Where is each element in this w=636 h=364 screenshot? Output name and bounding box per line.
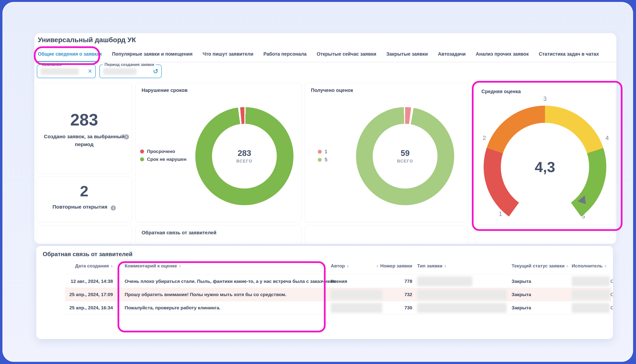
feedback-preview-title: Обратная связь от заявителей xyxy=(142,230,216,236)
legend-dot-green-icon xyxy=(318,158,322,162)
cell-request-number: 778 xyxy=(363,275,412,288)
kpi-reopened-card: 2 Повторные открытия i xyxy=(36,176,132,222)
header-request-number[interactable]: ∧ Номер заявки xyxy=(363,260,412,271)
header-executor[interactable]: Исполнитель ∧ xyxy=(572,260,606,271)
donut-total-label: ВСЕГО xyxy=(397,159,413,164)
tab-chat-task-stats[interactable]: Статистика задач в чатах xyxy=(539,51,599,57)
legend-item-overdue[interactable]: Просрочено xyxy=(140,149,186,154)
chart-title: Получено оценок xyxy=(311,88,353,93)
legend-item-ontime[interactable]: Срок не нарушен xyxy=(140,157,186,162)
sort-caret-icon: ∧ xyxy=(347,264,349,268)
donut-center: 59 ВСЕГО xyxy=(373,124,438,188)
gauge-tick-5: 5 xyxy=(582,213,585,220)
info-icon[interactable]: i xyxy=(111,206,116,210)
cell-executor-redacted xyxy=(572,275,613,288)
sort-caret-icon: ∧ xyxy=(110,264,113,268)
period-filter-label: Период создания заявок xyxy=(103,62,156,67)
donut-total-value: 283 xyxy=(237,148,251,158)
company-filter-label: Компания xyxy=(40,62,64,67)
cell-status: Закрыта xyxy=(512,301,566,314)
chart-legend: Просрочено Срок не нарушен xyxy=(140,149,186,162)
table-row-highlighted[interactable]: 25 апр., 2024, 17:09 Прошу обратить вним… xyxy=(65,288,611,301)
tab-other-requests-analysis[interactable]: Анализ прочих заявок xyxy=(476,51,529,57)
header-date[interactable]: Дата создания ∧ xyxy=(51,260,113,271)
sort-caret-icon: ∧ xyxy=(566,264,569,268)
tab-autotasks[interactable]: Автозадачи xyxy=(438,51,466,57)
cell-status: Закрыта xyxy=(512,275,566,288)
cell-executor-redacted xyxy=(572,301,613,314)
donut-chart: 283 ВСЕГО xyxy=(195,107,293,205)
donut-center: 283 ВСЕГО xyxy=(212,124,277,188)
chart-legend: 1 5 xyxy=(318,149,327,162)
tab-open-requests[interactable]: Открытые сейчас заявки xyxy=(316,51,376,57)
feedback-preview-card: Обратная связь от заявителей xyxy=(135,225,301,244)
sort-caret-icon: ∧ xyxy=(376,264,379,268)
sort-caret-icon: ∧ xyxy=(604,264,607,268)
header-current-status[interactable]: Текущий статус заявки ∧ xyxy=(512,260,568,271)
legend-item-rating-5[interactable]: 5 xyxy=(318,157,327,162)
header-request-type[interactable]: Тип заявки ∧ xyxy=(417,260,447,271)
tab-staff-work[interactable]: Работа персонала xyxy=(263,51,306,57)
company-filter[interactable]: Компания ✕ xyxy=(37,64,96,78)
dashboard-card: Универсальный дашборд УК Общие сведения … xyxy=(34,33,616,244)
cell-date: 12 авг., 2024, 14:38 xyxy=(65,275,113,288)
cell-date: 25 апр., 2024, 17:09 xyxy=(65,288,113,301)
cell-request-type-redacted xyxy=(417,275,510,288)
clipped-column-text: С xyxy=(610,275,613,288)
cell-request-type-redacted xyxy=(417,301,510,314)
tab-popular-requests[interactable]: Популярные заявки и помещения xyxy=(112,51,193,57)
clear-icon[interactable]: ✕ xyxy=(88,69,92,74)
tab-bar: Общие сведения о заявках Популярные заяв… xyxy=(38,51,599,57)
clipped-card xyxy=(475,228,616,244)
cell-request-number: 732 xyxy=(363,288,412,301)
clipped-column-text: С xyxy=(610,301,613,314)
header-author[interactable]: Автор ∧ xyxy=(331,260,349,271)
tab-closed-requests[interactable]: Закрытые заявки xyxy=(386,51,428,57)
info-icon[interactable]: i xyxy=(124,134,129,140)
chart-title: Средняя оценка xyxy=(481,89,521,94)
screenshot-frame: Универсальный дашборд УК Общие сведения … xyxy=(0,0,636,364)
table-row[interactable]: 25 апр., 2024, 16:34 Пожалуйста, проверь… xyxy=(65,301,611,314)
gauge-tick-2: 2 xyxy=(483,134,486,142)
legend-dot-red-icon xyxy=(140,150,144,154)
tab-what-applicants-write[interactable]: Что пишут заявители xyxy=(203,51,253,57)
period-filter-value-redacted xyxy=(103,68,136,75)
header-comment[interactable]: Комментарий к оценке ∧ xyxy=(125,260,181,271)
period-filter[interactable]: Период создания заявок ↺ xyxy=(99,64,162,78)
gauge-tick-3: 3 xyxy=(484,95,606,102)
gauge-value: 4,3 xyxy=(535,158,555,176)
sort-caret-icon: ∧ xyxy=(179,264,181,268)
cell-request-type-redacted xyxy=(417,288,510,301)
cell-date: 25 апр., 2024, 16:34 xyxy=(65,301,113,314)
kpi-created-requests-label: Создано заявок, за выбранный период i xyxy=(44,132,125,148)
page-title: Универсальный дашборд УК xyxy=(38,36,136,44)
gauge-center: 4,3 xyxy=(501,123,589,211)
legend-dot-green-icon xyxy=(140,157,144,161)
gauge-tick-4: 4 xyxy=(605,134,609,142)
cell-request-number: 730 xyxy=(363,301,412,314)
kpi-reopened-label: Повторные открытия i xyxy=(44,203,125,211)
table-row[interactable]: 12 авг., 2024, 14:38 Очень плохо убирать… xyxy=(65,274,611,288)
feedback-table-title: Обратная связь от заявителей xyxy=(43,251,133,258)
tab-general-info[interactable]: Общие сведения о заявках xyxy=(38,51,102,57)
clipped-card xyxy=(305,225,468,244)
feedback-table-panel: Обратная связь от заявителей Дата создан… xyxy=(36,246,613,339)
table-header-row: Дата создания ∧ Комментарий к оценке ∧ А… xyxy=(36,260,613,271)
cell-status: Закрыта xyxy=(512,288,566,301)
deadline-violation-chart-card: Нарушение сроков Просрочено Срок не нару… xyxy=(135,83,301,222)
legend-item-rating-1[interactable]: 1 xyxy=(318,149,327,154)
chart-title: Нарушение сроков xyxy=(142,88,187,93)
cell-executor-redacted xyxy=(572,288,613,301)
cell-comment: Прошу обратить внимание! Полы нужно мыть… xyxy=(125,288,360,301)
legend-dot-red-icon xyxy=(318,150,322,154)
donut-total-label: ВСЕГО xyxy=(236,159,252,164)
kpi-reopened-value: 2 xyxy=(37,182,132,200)
sort-caret-icon: ∧ xyxy=(444,264,447,268)
cell-comment: Очень плохо убираться стали. Пыль, фанти… xyxy=(125,275,360,288)
kpi-created-requests-value: 283 xyxy=(37,110,132,129)
clipped-column-text: С xyxy=(610,288,613,301)
received-ratings-chart-card: Получено оценок 1 5 59 ВСЕГО xyxy=(305,83,468,222)
kpi-created-requests-card: 283 Создано заявок, за выбранный период … xyxy=(36,83,132,173)
reset-icon[interactable]: ↺ xyxy=(153,68,158,74)
clipped-card xyxy=(36,225,132,244)
